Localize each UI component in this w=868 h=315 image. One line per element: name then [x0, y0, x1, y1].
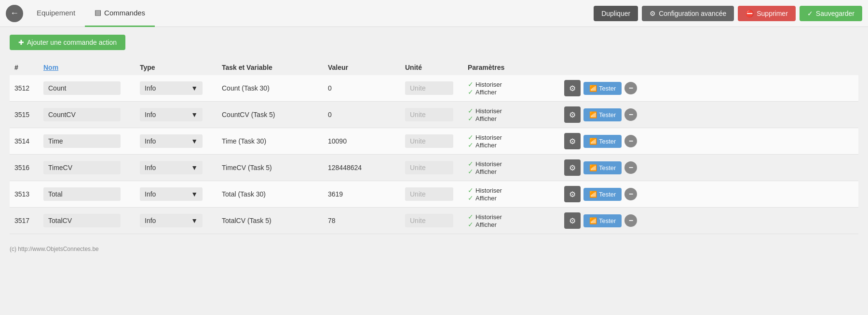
nom-input[interactable]: [43, 108, 121, 121]
row-params: ✓ Historiser ✓ Afficher: [463, 75, 559, 102]
row-nom: [39, 102, 135, 128]
rss-icon: 📶: [589, 217, 597, 224]
row-type: Info ▼: [135, 128, 217, 155]
unite-input[interactable]: [405, 187, 453, 201]
afficher-label: Afficher: [475, 89, 497, 96]
commandes-table: # Nom Type Task et Variable Valeur Unité…: [10, 60, 858, 234]
tester-label: Tester: [599, 85, 616, 92]
row-id: 3515: [10, 102, 39, 128]
row-params: ✓ Historiser ✓ Afficher: [463, 102, 559, 128]
tester-button[interactable]: 📶 Tester: [583, 161, 622, 174]
check-historiser-icon: ✓: [468, 107, 474, 115]
afficher-label: Afficher: [475, 168, 497, 175]
row-unite: [400, 181, 463, 208]
sauvegarder-button[interactable]: ✓ Sauvegarder: [800, 6, 862, 21]
historiser-label: Historiser: [475, 81, 502, 88]
type-value: Info: [145, 217, 156, 224]
check-afficher-icon: ✓: [468, 88, 474, 96]
historiser-label: Historiser: [475, 134, 502, 141]
tester-label: Tester: [599, 217, 616, 224]
row-type: Info ▼: [135, 181, 217, 208]
gear-settings-button[interactable]: ⚙: [564, 159, 581, 176]
remove-button[interactable]: −: [624, 135, 637, 147]
remove-button[interactable]: −: [624, 108, 637, 121]
rss-icon: 📶: [589, 164, 597, 171]
type-value: Info: [145, 111, 156, 118]
check-historiser-icon: ✓: [468, 80, 474, 88]
table-row: 3514 Info ▼ Time (Task 30) 10090 ✓ Histo…: [10, 128, 858, 155]
chevron-down-icon: ▼: [191, 217, 198, 224]
type-value: Info: [145, 164, 156, 171]
gear-settings-button[interactable]: ⚙: [564, 80, 581, 96]
check-historiser-icon: ✓: [468, 160, 474, 168]
nom-input[interactable]: [43, 161, 121, 174]
top-bar: ← Equipement ▤ Commandes Dupliquer ⚙ Con…: [0, 0, 868, 27]
gear-settings-button[interactable]: ⚙: [564, 133, 581, 149]
col-header-unite: Unité: [400, 60, 463, 75]
type-select[interactable]: Info ▼: [140, 214, 203, 227]
type-select[interactable]: Info ▼: [140, 81, 203, 95]
main-content: ✚ Ajouter une commande action # Nom Type…: [0, 27, 868, 242]
tab-commandes[interactable]: ▤ Commandes: [85, 0, 155, 27]
tester-label: Tester: [599, 111, 616, 118]
type-select[interactable]: Info ▼: [140, 134, 203, 148]
back-button[interactable]: ←: [6, 5, 23, 22]
gear-settings-button[interactable]: ⚙: [564, 212, 581, 229]
col-header-hash: #: [10, 60, 39, 75]
check-afficher-icon: ✓: [468, 194, 474, 202]
table-row: 3512 Info ▼ Count (Task 30) 0 ✓ Historis…: [10, 75, 858, 102]
type-select[interactable]: Info ▼: [140, 108, 203, 121]
row-unite: [400, 208, 463, 234]
rss-icon: 📶: [589, 191, 597, 198]
nom-input[interactable]: [43, 187, 121, 201]
unite-input[interactable]: [405, 81, 453, 95]
unite-input[interactable]: [405, 108, 453, 121]
tester-button[interactable]: 📶 Tester: [583, 188, 622, 201]
gear-settings-button[interactable]: ⚙: [564, 186, 581, 202]
supprimer-button[interactable]: ⛔ Supprimer: [738, 6, 796, 21]
row-valeur: 128448624: [323, 155, 400, 181]
tab-equipement[interactable]: Equipement: [27, 0, 85, 27]
type-select[interactable]: Info ▼: [140, 161, 203, 174]
unite-input[interactable]: [405, 161, 453, 174]
tester-button[interactable]: 📶 Tester: [583, 214, 622, 227]
historiser-label: Historiser: [475, 107, 502, 115]
type-value: Info: [145, 137, 156, 145]
row-nom: [39, 128, 135, 155]
tester-button[interactable]: 📶 Tester: [583, 108, 622, 121]
remove-button[interactable]: −: [624, 82, 637, 94]
remove-button[interactable]: −: [624, 161, 637, 174]
unite-input[interactable]: [405, 214, 453, 227]
row-actions: ⚙ 📶 Tester −: [559, 102, 858, 128]
row-actions: ⚙ 📶 Tester −: [559, 155, 858, 181]
gear-settings-button[interactable]: ⚙: [564, 106, 581, 123]
nom-input[interactable]: [43, 214, 121, 227]
row-actions: ⚙ 📶 Tester −: [559, 75, 858, 102]
row-params: ✓ Historiser ✓ Afficher: [463, 208, 559, 234]
row-unite: [400, 128, 463, 155]
unite-input[interactable]: [405, 134, 453, 148]
nom-input[interactable]: [43, 134, 121, 148]
row-task: TotalCV (Task 5): [217, 208, 323, 234]
config-avancee-button[interactable]: ⚙ Configuration avancée: [642, 6, 734, 21]
tester-button[interactable]: 📶 Tester: [583, 82, 622, 95]
tester-button[interactable]: 📶 Tester: [583, 135, 622, 148]
col-header-type: Type: [135, 60, 217, 75]
tester-label: Tester: [599, 164, 616, 171]
dupliquer-button[interactable]: Dupliquer: [594, 6, 638, 21]
ajouter-commande-button[interactable]: ✚ Ajouter une commande action: [10, 35, 125, 50]
gear-icon: ⚙: [650, 10, 656, 17]
row-unite: [400, 155, 463, 181]
type-select[interactable]: Info ▼: [140, 187, 203, 201]
col-header-actions: [559, 60, 858, 75]
minus-circle-icon: ⛔: [746, 10, 754, 17]
nom-input[interactable]: [43, 81, 121, 95]
check-afficher-icon: ✓: [468, 141, 474, 149]
equipement-tab-label: Equipement: [37, 9, 75, 17]
remove-button[interactable]: −: [624, 188, 637, 200]
row-id: 3517: [10, 208, 39, 234]
rss-icon: 📶: [589, 85, 597, 92]
col-header-valeur: Valeur: [323, 60, 400, 75]
remove-button[interactable]: −: [624, 214, 637, 227]
col-header-parametres: Paramètres: [463, 60, 559, 75]
